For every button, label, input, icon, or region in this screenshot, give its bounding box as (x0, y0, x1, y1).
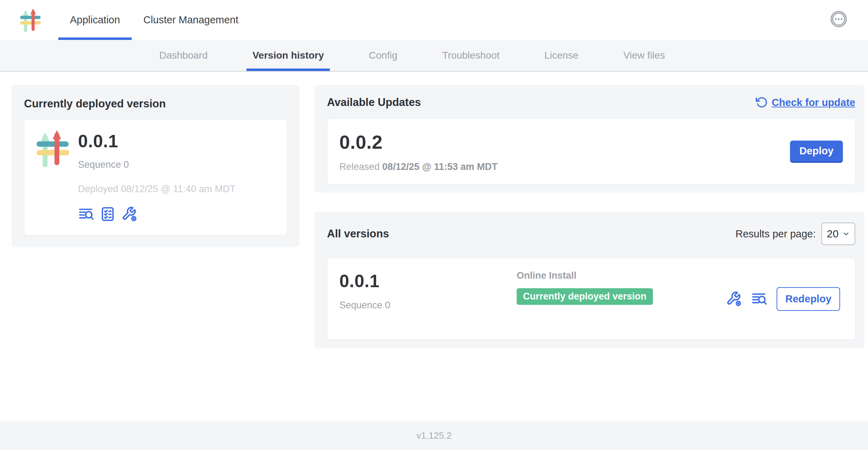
app-subnav: Dashboard Version history Config Trouble… (0, 40, 868, 72)
config-wrench-icon[interactable] (726, 291, 742, 307)
update-row: 0.0.2 Released 08/12/25 @ 11:53 am MDT D… (327, 119, 855, 184)
subnav-item-dashboard[interactable]: Dashboard (159, 40, 208, 71)
subnav-label: Config (369, 50, 397, 61)
check-for-update-link[interactable]: Check for update (755, 96, 855, 109)
right-column: Available Updates Check for update 0.0.2… (314, 85, 864, 348)
subnav-item-troubleshoot[interactable]: Troubleshoot (442, 40, 499, 71)
subnav-label: Version history (252, 50, 324, 61)
subnav-item-config[interactable]: Config (369, 40, 397, 71)
version-row-info: 0.0.1 Sequence 0 (339, 270, 517, 311)
version-row: 0.0.1 Sequence 0 Online Install Currentl… (327, 258, 855, 340)
results-per-page-select[interactable]: 20 (821, 223, 855, 245)
version-row-actions: Redeploy (726, 287, 840, 311)
deploy-button[interactable]: Deploy (790, 141, 843, 163)
currently-deployed-badge: Currently deployed version (517, 288, 653, 305)
released-date: 08/12/25 @ 11:53 am MDT (382, 161, 498, 172)
tab-application-label: Application (70, 14, 120, 26)
available-updates-header: Available Updates Check for update (327, 96, 855, 109)
deployed-version-info: 0.0.1 Sequence 0 Deployed 08/12/25 @ 11:… (78, 130, 236, 225)
tab-cluster-management[interactable]: Cluster Management (132, 0, 250, 40)
deployed-action-icons (78, 206, 236, 222)
deployed-timestamp: Deployed 08/12/25 @ 11:40 am MDT (78, 184, 236, 195)
admin-console-footer: v1.125.2 (0, 421, 868, 450)
version-row-status: Online Install Currently deployed versio… (517, 270, 726, 305)
top-nav: Application Cluster Management (0, 0, 868, 40)
app-logo-icon (36, 130, 69, 167)
update-released-line: Released 08/12/25 @ 11:53 am MDT (339, 161, 498, 172)
diff-icon[interactable] (751, 291, 767, 307)
overflow-menu-button[interactable] (831, 11, 847, 27)
subnav-label: Dashboard (159, 50, 208, 61)
version-history-content: Currently deployed version 0.0.1 Sequenc… (0, 72, 868, 421)
subnav-item-version-history[interactable]: Version history (252, 40, 324, 71)
subnav-item-license[interactable]: License (545, 40, 579, 71)
subnav-label: View files (623, 50, 665, 61)
available-updates-card: Available Updates Check for update 0.0.2… (314, 85, 864, 193)
app-logo-icon (20, 8, 41, 32)
currently-deployed-card: Currently deployed version 0.0.1 Sequenc… (12, 85, 299, 247)
row-sequence: Sequence 0 (339, 300, 517, 311)
ellipsis-icon (832, 12, 846, 26)
available-updates-title: Available Updates (327, 96, 421, 109)
all-versions-title: All versions (327, 227, 389, 240)
diff-icon[interactable] (78, 206, 94, 222)
all-versions-header: All versions Results per page: 20 (327, 223, 855, 245)
update-version-number: 0.0.2 (339, 131, 498, 153)
deployed-version-number: 0.0.1 (78, 131, 236, 152)
config-wrench-icon[interactable] (121, 206, 137, 222)
deployed-card-title: Currently deployed version (24, 97, 287, 110)
subnav-label: License (545, 50, 579, 61)
preflight-checklist-icon[interactable] (100, 206, 116, 222)
refresh-ccw-icon (755, 96, 767, 109)
console-version-label: v1.125.2 (416, 430, 452, 441)
subnav-label: Troubleshoot (442, 50, 499, 61)
results-per-page-value: 20 (827, 228, 838, 240)
results-per-page: Results per page: 20 (736, 223, 855, 245)
top-tabs: Application Cluster Management (58, 0, 250, 40)
all-versions-card: All versions Results per page: 20 0.0.1 … (314, 212, 864, 348)
deployed-version-panel: 0.0.1 Sequence 0 Deployed 08/12/25 @ 11:… (24, 119, 287, 235)
results-per-page-label: Results per page: (736, 228, 816, 240)
check-for-update-label: Check for update (772, 97, 855, 108)
tab-application[interactable]: Application (58, 0, 132, 40)
subnav-item-view-files[interactable]: View files (623, 40, 665, 71)
redeploy-button[interactable]: Redeploy (777, 287, 840, 311)
deployed-sequence: Sequence 0 (78, 159, 236, 170)
chevron-down-icon (842, 230, 850, 238)
row-version-number: 0.0.1 (339, 271, 517, 291)
tab-cluster-management-label: Cluster Management (143, 14, 238, 26)
install-type-label: Online Install (517, 270, 726, 281)
released-prefix: Released (339, 161, 380, 172)
update-info: 0.0.2 Released 08/12/25 @ 11:53 am MDT (339, 131, 498, 172)
